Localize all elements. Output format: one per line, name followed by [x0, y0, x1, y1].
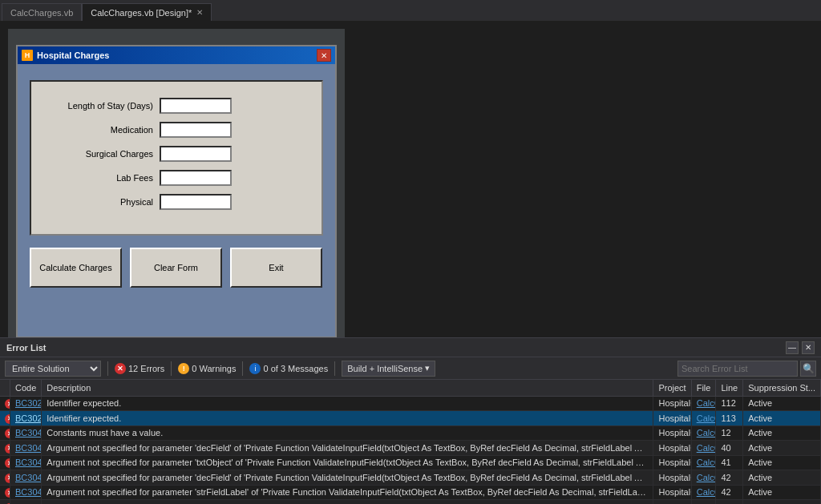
error-row-file[interactable]: CalcCharges.vb — [691, 411, 716, 426]
error-row-icon-cell: ✕ — [0, 425, 10, 441]
form-titlebar: H Hospital Charges ✕ — [18, 46, 335, 64]
table-row[interactable]: ✕BC30455Argument not specified for param… — [0, 470, 821, 486]
tab-calccharges-design-label: CalcCharges.vb [Design]* — [91, 8, 192, 18]
design-surface[interactable]: H Hospital Charges ✕ Length of Stay (Day… — [8, 29, 345, 337]
error-toolbar: Entire Solution ✕ 12 Errors ! 0 Warnings… — [0, 357, 821, 380]
table-row[interactable]: ✕BC30438Constants must have a value.Hosp… — [0, 425, 821, 441]
clear-form-button[interactable]: Clear Form — [130, 248, 222, 288]
error-row-file[interactable]: CalcCharges.vb — [691, 470, 716, 486]
toolbar-separator-3 — [242, 361, 243, 376]
message-count-label: 0 of 3 Messages — [263, 364, 328, 373]
search-error-input[interactable] — [677, 361, 798, 377]
tab-calccharges-vb[interactable]: CalcCharges.vb — [2, 3, 82, 21]
warning-count-badge[interactable]: ! 0 Warnings — [178, 363, 236, 374]
error-row-description: Argument not specified for parameter 'de… — [42, 470, 653, 486]
error-code-link[interactable]: BC30455 — [15, 473, 42, 482]
error-panel-minimize-button[interactable]: — — [786, 341, 799, 354]
table-row[interactable]: ✕BC30455Argument not specified for param… — [0, 455, 821, 470]
error-file-link[interactable]: CalcCharges.vb — [697, 443, 716, 453]
form-row-surgical-charges: Surgical Charges — [43, 146, 309, 162]
error-code-link[interactable]: BC30203 — [15, 398, 42, 408]
error-row-code[interactable]: BC30203 — [10, 411, 42, 426]
error-row-file[interactable]: CalcCharges.vb — [691, 396, 716, 411]
label-surgical-charges: Surgical Charges — [43, 149, 160, 159]
error-row-project: HospitalCharges — [653, 500, 691, 505]
error-code-link[interactable]: BC30203 — [15, 413, 42, 423]
scope-select[interactable]: Entire Solution — [5, 361, 101, 377]
build-dropdown-icon[interactable]: ▾ — [425, 363, 430, 373]
error-row-icon: ✕ — [5, 399, 10, 409]
error-file-link[interactable]: CalcCharges.vb — [697, 398, 716, 408]
input-medication[interactable] — [160, 122, 232, 138]
form-body: Length of Stay (Days) Medication Surgica… — [18, 64, 335, 337]
col-header-project[interactable]: Project — [653, 380, 691, 396]
error-row-file[interactable]: CalcCharges.vb — [691, 455, 716, 470]
error-row-project: HospitalCharges — [653, 470, 691, 486]
error-row-project: HospitalCharges — [653, 411, 691, 426]
error-row-suppression: Active — [743, 411, 821, 426]
input-physical[interactable] — [160, 194, 232, 210]
error-file-link[interactable]: CalcCharges.vb — [697, 458, 716, 467]
error-row-line: 12 — [716, 425, 743, 441]
error-code-link[interactable]: BC30455 — [15, 458, 42, 467]
error-table-container[interactable]: Code Description Project File Line Suppr… — [0, 380, 821, 504]
message-count-badge[interactable]: i 0 of 3 Messages — [249, 363, 328, 374]
error-row-icon: ✕ — [5, 414, 10, 424]
col-header-icon — [0, 380, 10, 396]
form-close-button[interactable]: ✕ — [317, 49, 331, 62]
error-row-code[interactable]: BC30455 — [10, 470, 42, 486]
input-surgical-charges[interactable] — [160, 146, 232, 162]
build-intellisense-button[interactable]: Build + IntelliSense ▾ — [342, 361, 435, 377]
error-code-link[interactable]: BC30455 — [15, 487, 42, 497]
error-panel-header: Error List — ✕ — [0, 338, 821, 357]
input-panel: Length of Stay (Days) Medication Surgica… — [30, 80, 323, 236]
error-row-code[interactable]: BC30455 — [10, 441, 42, 456]
tab-close-icon[interactable]: ✕ — [196, 8, 203, 17]
col-header-code[interactable]: Code — [10, 380, 42, 396]
error-row-file[interactable]: CalcCharges.vb — [691, 425, 716, 441]
error-row-code[interactable]: BC30455 — [10, 485, 42, 500]
error-row-icon-cell: ✕ — [0, 500, 10, 505]
input-length-of-stay[interactable] — [160, 98, 232, 114]
col-header-description[interactable]: Description — [42, 380, 653, 396]
error-file-link[interactable]: CalcCharges.vb — [697, 487, 716, 497]
form-row-physical: Physical — [43, 194, 309, 210]
calculate-charges-button[interactable]: Calculate Charges — [30, 248, 122, 288]
error-row-description: Identifier expected. — [42, 411, 653, 426]
table-row[interactable]: ✕BC30203Identifier expected.HospitalChar… — [0, 411, 821, 426]
error-row-icon: ✕ — [5, 474, 10, 483]
error-panel-close-button[interactable]: ✕ — [802, 341, 815, 354]
error-row-project: HospitalCharges — [653, 396, 691, 411]
error-row-file[interactable]: CalcCharges.vb — [691, 485, 716, 500]
error-row-code[interactable]: BC30203 — [10, 396, 42, 411]
search-error-icon[interactable]: 🔍 — [800, 361, 816, 377]
table-row[interactable]: ✕BC30455Argument not specified for param… — [0, 485, 821, 500]
exit-button[interactable]: Exit — [230, 248, 322, 288]
form-row-length-of-stay: Length of Stay (Days) — [43, 98, 309, 114]
error-count-badge[interactable]: ✕ 12 Errors — [115, 363, 164, 374]
error-row-file[interactable]: CalcCharges.vb — [691, 500, 716, 505]
col-header-line[interactable]: Line — [716, 380, 743, 396]
col-header-file[interactable]: File — [691, 380, 716, 396]
error-row-code[interactable]: BC30455 — [10, 455, 42, 470]
table-row[interactable]: ✕BC30455Argument not specified for param… — [0, 441, 821, 456]
error-row-icon-cell: ✕ — [0, 485, 10, 500]
error-file-link[interactable]: CalcCharges.vb — [697, 473, 716, 482]
error-row-code[interactable]: BC30455 — [10, 500, 42, 505]
error-row-description: Argument not specified for parameter 'st… — [42, 485, 653, 500]
error-code-link[interactable]: BC30455 — [15, 443, 42, 453]
message-icon: i — [249, 363, 261, 374]
error-row-file[interactable]: CalcCharges.vb — [691, 441, 716, 456]
error-row-code[interactable]: BC30438 — [10, 425, 42, 441]
input-lab-fees[interactable] — [160, 170, 232, 186]
col-header-suppression[interactable]: Suppression St... — [743, 380, 821, 396]
error-file-link[interactable]: CalcCharges.vb — [697, 428, 716, 437]
label-lab-fees: Lab Fees — [43, 173, 160, 183]
error-row-icon-cell: ✕ — [0, 411, 10, 426]
table-row[interactable]: ✕BC30455Argument not specified for param… — [0, 500, 821, 505]
error-code-link[interactable]: BC30438 — [15, 428, 42, 437]
error-file-link[interactable]: CalcCharges.vb — [697, 413, 716, 423]
table-row[interactable]: ✕BC30203Identifier expected.HospitalChar… — [0, 396, 821, 411]
tab-calccharges-design[interactable]: CalcCharges.vb [Design]* ✕ — [82, 3, 212, 21]
toolbar-separator-4 — [334, 361, 335, 376]
